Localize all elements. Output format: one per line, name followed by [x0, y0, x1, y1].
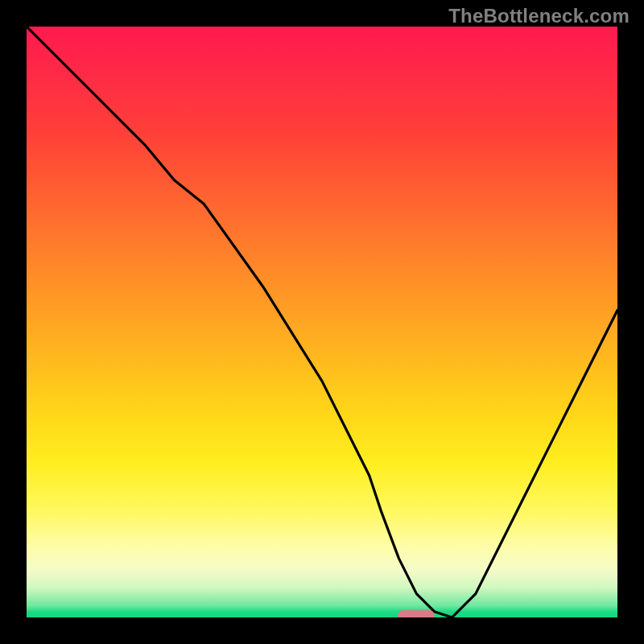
- optimal-marker: [398, 610, 435, 617]
- bottleneck-curve: [27, 27, 617, 617]
- plot-area: [27, 27, 617, 617]
- chart-frame: TheBottleneck.com: [0, 0, 644, 644]
- watermark-text: TheBottleneck.com: [448, 5, 630, 27]
